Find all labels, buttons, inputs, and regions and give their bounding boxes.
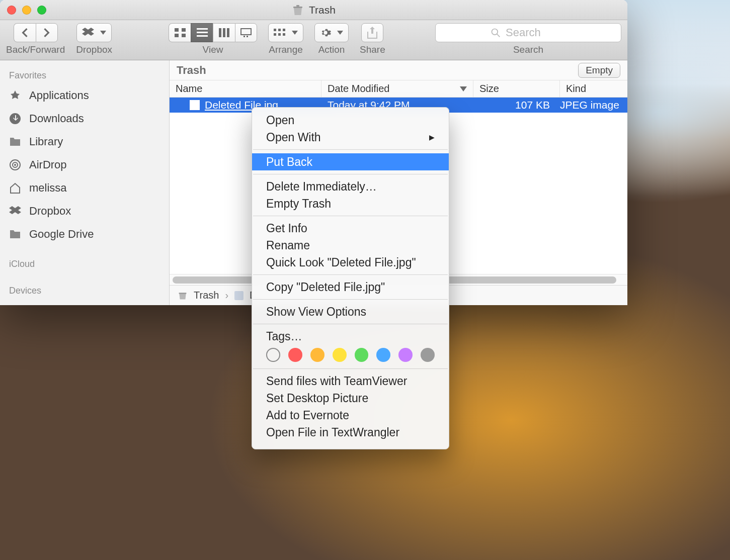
view-list-button[interactable] [191, 23, 213, 42]
sidebar-item-label: Google Drive [29, 228, 94, 241]
svg-rect-28 [234, 291, 244, 300]
menu-item[interactable]: Set Desktop Picture [252, 390, 449, 407]
sidebar-item-applications[interactable]: Applications [0, 84, 169, 107]
share-button[interactable] [361, 23, 383, 42]
file-thumbnail-icon [190, 100, 200, 110]
menu-item-label: Quick Look "Deleted File.jpg" [266, 256, 416, 269]
share-icon [367, 27, 377, 39]
svg-rect-15 [274, 29, 276, 31]
menu-item-label: Empty Trash [266, 197, 331, 211]
svg-rect-4 [175, 34, 179, 37]
menu-item[interactable]: Open [252, 112, 449, 129]
svg-rect-0 [293, 7, 302, 8]
menu-item-label: Put Back [266, 155, 312, 169]
toolbar-label-share: Share [360, 44, 385, 55]
sidebar-item-downloads[interactable]: Downloads [0, 107, 169, 130]
chevron-right-icon [43, 28, 50, 37]
empty-trash-button[interactable]: Empty [578, 63, 620, 78]
tag-color-dot[interactable] [288, 348, 302, 362]
sidebar-item-label: melissa [29, 181, 67, 195]
sidebar-item-home[interactable]: melissa [0, 176, 169, 200]
menu-item[interactable]: Empty Trash [252, 195, 449, 212]
minimize-window-button[interactable] [22, 6, 31, 15]
tag-color-dot[interactable] [376, 348, 390, 362]
toolbar-label-search: Search [513, 44, 543, 55]
column-view-icon [219, 28, 230, 37]
menu-item[interactable]: Get Info [252, 220, 449, 237]
toolbar-label-dropbox: Dropbox [76, 44, 112, 55]
action-button[interactable] [314, 23, 349, 42]
column-header-name[interactable]: Name [170, 80, 321, 97]
toolbar: Back/Forward Dropbox [0, 20, 627, 60]
search-input[interactable] [506, 26, 566, 39]
sidebar-item-library[interactable]: Library [0, 130, 169, 153]
menu-separator [253, 274, 448, 275]
tag-color-dot[interactable] [333, 348, 347, 362]
chevron-left-icon [21, 28, 28, 37]
sidebar-item-label: Applications [29, 89, 89, 102]
tag-color-dot[interactable] [266, 348, 280, 362]
menu-item-label: Send files with TeamViewer [266, 375, 407, 388]
tag-color-dot[interactable] [421, 348, 435, 362]
menu-item[interactable]: Quick Look "Deleted File.jpg" [252, 254, 449, 271]
svg-rect-8 [197, 35, 208, 37]
column-headers: Name Date Modified Size Kind [170, 80, 627, 98]
titlebar: Trash [0, 0, 627, 20]
forward-button[interactable] [36, 23, 58, 42]
sidebar: Favorites Applications Downloads Library [0, 60, 170, 305]
back-button[interactable] [14, 23, 36, 42]
menu-item-label: Set Desktop Picture [266, 392, 368, 405]
svg-rect-17 [283, 29, 285, 31]
traffic-lights [7, 6, 46, 15]
zoom-window-button[interactable] [37, 6, 46, 15]
sidebar-item-label: Dropbox [29, 205, 71, 218]
menu-item[interactable]: Put Back [252, 153, 449, 170]
svg-rect-2 [175, 28, 179, 32]
svg-rect-11 [227, 28, 229, 37]
view-column-button[interactable] [213, 23, 235, 42]
view-gallery-button[interactable] [235, 23, 257, 42]
gallery-view-icon [240, 28, 252, 37]
sidebar-item-airdrop[interactable]: AirDrop [0, 153, 169, 176]
menu-item[interactable]: Delete Immediately… [252, 178, 449, 195]
sidebar-section-icloud: iCloud [0, 254, 169, 272]
column-header-size[interactable]: Size [473, 80, 560, 97]
svg-rect-20 [283, 33, 285, 36]
arrange-icon [274, 29, 286, 37]
menu-item[interactable]: Open File in TextWrangler [252, 424, 449, 441]
sidebar-item-dropbox[interactable]: Dropbox [0, 200, 169, 223]
path-segment[interactable]: Trash [194, 290, 219, 301]
menu-item-label: Copy "Deleted File.jpg" [266, 281, 385, 294]
gear-icon [320, 27, 331, 38]
tag-color-row [252, 345, 449, 365]
menu-item[interactable]: Send files with TeamViewer [252, 372, 449, 390]
window-title: Trash [292, 4, 336, 16]
submenu-arrow-icon: ▶ [429, 133, 435, 141]
tag-color-dot[interactable] [355, 348, 369, 362]
file-size: 107 KB [515, 99, 550, 111]
menu-item[interactable]: Open With▶ [252, 129, 449, 146]
menu-item[interactable]: Add to Evernote [252, 407, 449, 424]
arrange-button[interactable] [268, 23, 303, 42]
menu-item-tags[interactable]: Tags… [252, 328, 449, 345]
menu-item[interactable]: Copy "Deleted File.jpg" [252, 278, 449, 296]
menu-item-label: Open [266, 114, 294, 127]
sidebar-item-googledrive[interactable]: Google Drive [0, 223, 169, 246]
column-header-kind[interactable]: Kind [560, 80, 627, 97]
sidebar-section-devices: Devices [0, 281, 169, 299]
menu-separator [253, 149, 448, 150]
menu-item[interactable]: Rename [252, 237, 449, 254]
toolbar-label-backforward: Back/Forward [6, 44, 65, 55]
view-icon-button[interactable] [169, 23, 191, 42]
tag-color-dot[interactable] [398, 348, 413, 362]
svg-point-26 [14, 164, 16, 166]
svg-point-21 [492, 29, 498, 35]
column-header-date[interactable]: Date Modified [321, 80, 473, 97]
close-window-button[interactable] [7, 6, 16, 15]
dropbox-toolbar-button[interactable] [76, 23, 112, 42]
search-field[interactable] [435, 23, 621, 42]
menu-item[interactable]: Show View Options [252, 303, 449, 320]
file-icon [234, 291, 244, 300]
tag-color-dot[interactable] [310, 348, 325, 362]
home-icon [9, 182, 22, 194]
